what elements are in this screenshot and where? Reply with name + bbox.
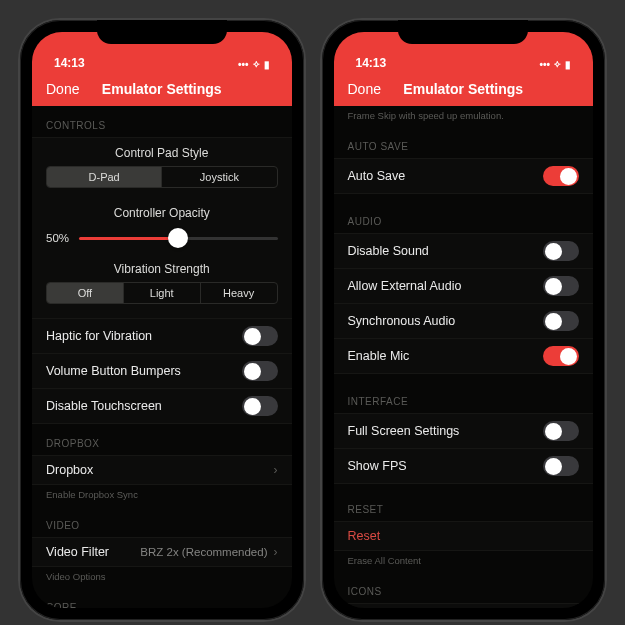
signal-icon: ••• [539, 59, 550, 70]
show-fps-row[interactable]: Show FPS [334, 449, 594, 484]
vibration-segmented[interactable]: Off Light Heavy [46, 282, 278, 304]
controller-opacity-label: Controller Opacity [32, 198, 292, 226]
section-header-core: CORE [32, 588, 292, 608]
show-fps-label: Show FPS [348, 459, 407, 473]
fullscreen-label: Full Screen Settings [348, 424, 460, 438]
control-pad-style-label: Control Pad Style [32, 137, 292, 166]
wifi-icon: ⟡ [253, 58, 260, 70]
dropbox-label: Dropbox [46, 463, 93, 477]
enable-mic-label: Enable Mic [348, 349, 410, 363]
notch [97, 20, 227, 44]
seg-dpad[interactable]: D-Pad [47, 167, 162, 187]
disable-touch-toggle[interactable] [242, 396, 278, 416]
reset-row[interactable]: Reset [334, 521, 594, 551]
notch [398, 20, 528, 44]
disable-sound-row[interactable]: Disable Sound [334, 233, 594, 269]
opacity-slider[interactable] [79, 237, 277, 240]
opacity-value: 50% [46, 232, 69, 244]
disable-touch-row[interactable]: Disable Touchscreen [32, 389, 292, 424]
disable-touch-label: Disable Touchscreen [46, 399, 162, 413]
section-header-interface: INTERFACE [334, 374, 594, 413]
opacity-slider-row: 50% [32, 226, 292, 254]
show-fps-toggle[interactable] [543, 456, 579, 476]
settings-scroll[interactable]: CONTROLS Control Pad Style D-Pad Joystic… [32, 106, 292, 608]
external-audio-toggle[interactable] [543, 276, 579, 296]
chevron-right-icon: › [274, 545, 278, 559]
battery-icon: ▮ [565, 59, 571, 70]
volume-bumpers-label: Volume Button Bumpers [46, 364, 181, 378]
autosave-label: Auto Save [348, 169, 406, 183]
seg-joystick[interactable]: Joystick [162, 167, 276, 187]
control-pad-segmented[interactable]: D-Pad Joystick [46, 166, 278, 188]
sync-audio-toggle[interactable] [543, 311, 579, 331]
nav-title: Emulator Settings [403, 81, 523, 97]
screen-right: 14:13 ••• ⟡ ▮ Done Emulator Settings Fra… [334, 32, 594, 608]
enable-mic-toggle[interactable] [543, 346, 579, 366]
reset-label: Reset [348, 529, 381, 543]
status-time: 14:13 [356, 56, 387, 70]
section-header-reset: RESET [334, 484, 594, 521]
autosave-toggle[interactable] [543, 166, 579, 186]
dropbox-row[interactable]: Dropbox › [32, 455, 292, 485]
section-header-autosave: AUTO SAVE [334, 127, 594, 158]
video-filter-row[interactable]: Video Filter BRZ 2x (Recommended) › [32, 537, 292, 567]
external-audio-label: Allow External Audio [348, 279, 462, 293]
vibration-strength-label: Vibration Strength [32, 254, 292, 282]
video-filter-text: BRZ 2x (Recommended) [140, 546, 267, 558]
disable-sound-label: Disable Sound [348, 244, 429, 258]
seg-heavy[interactable]: Heavy [201, 283, 277, 303]
disable-sound-toggle[interactable] [543, 241, 579, 261]
settings-scroll[interactable]: Frame Skip with speed up emulation. AUTO… [334, 106, 594, 608]
haptic-label: Haptic for Vibration [46, 329, 152, 343]
status-time: 14:13 [54, 56, 85, 70]
done-button[interactable]: Done [348, 81, 381, 97]
sync-audio-label: Synchronous Audio [348, 314, 456, 328]
signal-icon: ••• [238, 59, 249, 70]
nav-bar: Done Emulator Settings [334, 72, 594, 106]
video-filter-value: BRZ 2x (Recommended) › [140, 545, 277, 559]
status-indicators: ••• ⟡ ▮ [539, 58, 571, 70]
video-filter-label: Video Filter [46, 545, 109, 559]
battery-icon: ▮ [264, 59, 270, 70]
volume-bumpers-row[interactable]: Volume Button Bumpers [32, 354, 292, 389]
autosave-row[interactable]: Auto Save [334, 158, 594, 194]
phone-left: 14:13 ••• ⟡ ▮ Done Emulator Settings CON… [20, 20, 304, 620]
nav-title: Emulator Settings [102, 81, 222, 97]
screen-left: 14:13 ••• ⟡ ▮ Done Emulator Settings CON… [32, 32, 292, 608]
section-header-controls: CONTROLS [32, 106, 292, 137]
chevron-right-icon: › [274, 463, 278, 477]
section-header-dropbox: DROPBOX [32, 424, 292, 455]
haptic-toggle[interactable] [242, 326, 278, 346]
update-icons-row[interactable]: Update Icons [334, 603, 594, 608]
sync-audio-row[interactable]: Synchronous Audio [334, 304, 594, 339]
volume-bumpers-toggle[interactable] [242, 361, 278, 381]
external-audio-row[interactable]: Allow External Audio [334, 269, 594, 304]
section-header-icons: ICONS [334, 572, 594, 603]
done-button[interactable]: Done [46, 81, 79, 97]
video-footer: Video Options [32, 567, 292, 588]
status-indicators: ••• ⟡ ▮ [238, 58, 270, 70]
seg-off[interactable]: Off [47, 283, 124, 303]
dropbox-footer: Enable Dropbox Sync [32, 485, 292, 506]
reset-footer: Erase All Content [334, 551, 594, 572]
fullscreen-toggle[interactable] [543, 421, 579, 441]
fullscreen-row[interactable]: Full Screen Settings [334, 413, 594, 449]
section-header-video: VIDEO [32, 506, 292, 537]
haptic-row[interactable]: Haptic for Vibration [32, 319, 292, 354]
enable-mic-row[interactable]: Enable Mic [334, 339, 594, 374]
section-header-audio: AUDIO [334, 194, 594, 233]
frame-skip-footer: Frame Skip with speed up emulation. [334, 106, 594, 127]
wifi-icon: ⟡ [554, 58, 561, 70]
nav-bar: Done Emulator Settings [32, 72, 292, 106]
seg-light[interactable]: Light [124, 283, 201, 303]
slider-thumb[interactable] [168, 228, 188, 248]
phone-right: 14:13 ••• ⟡ ▮ Done Emulator Settings Fra… [322, 20, 606, 620]
